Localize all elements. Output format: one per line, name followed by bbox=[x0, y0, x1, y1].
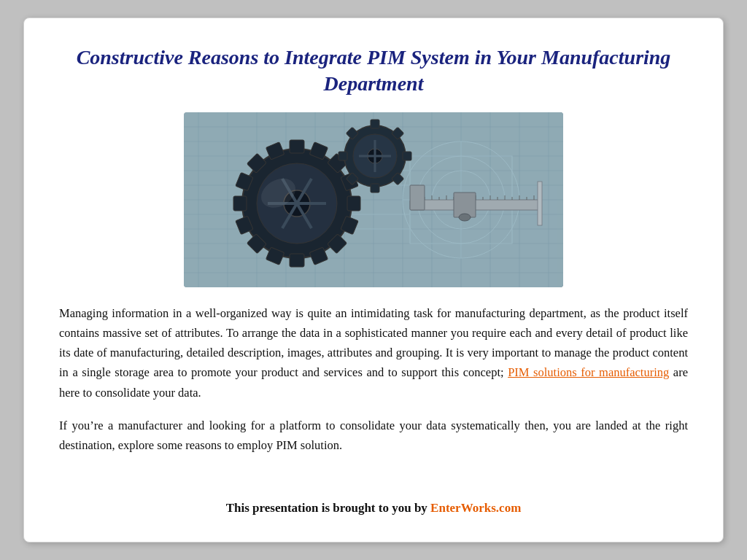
svg-rect-63 bbox=[338, 152, 347, 160]
svg-rect-41 bbox=[347, 196, 360, 211]
pim-link[interactable]: PIM solutions for manufacturing bbox=[508, 365, 669, 379]
svg-rect-64 bbox=[403, 152, 411, 160]
svg-rect-61 bbox=[371, 120, 379, 128]
slide: Constructive Reasons to Integrate PIM Sy… bbox=[23, 18, 724, 542]
svg-rect-90 bbox=[410, 185, 425, 210]
slide-title: Constructive Reasons to Integrate PIM Sy… bbox=[59, 44, 688, 98]
svg-rect-40 bbox=[233, 196, 247, 211]
svg-rect-39 bbox=[290, 254, 304, 267]
paragraph-2: If you’re a manufacturer and looking for… bbox=[59, 416, 688, 455]
svg-rect-38 bbox=[290, 140, 304, 153]
footer-link[interactable]: EnterWorks.com bbox=[430, 501, 521, 515]
paragraph-1: Managing information in a well-organized… bbox=[59, 303, 688, 402]
svg-point-92 bbox=[459, 214, 471, 221]
svg-rect-62 bbox=[371, 184, 379, 192]
gear-image bbox=[184, 112, 563, 287]
svg-rect-91 bbox=[538, 182, 542, 225]
footer-prefix: This presentation is brought to you by bbox=[226, 501, 430, 515]
footer: This presentation is brought to you by E… bbox=[226, 501, 522, 516]
